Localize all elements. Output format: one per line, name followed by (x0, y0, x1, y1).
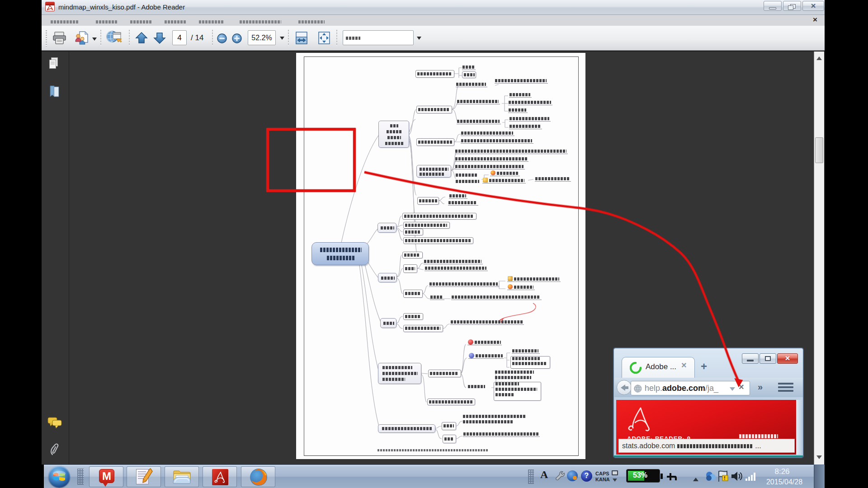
svg-text:!: ! (724, 475, 726, 481)
